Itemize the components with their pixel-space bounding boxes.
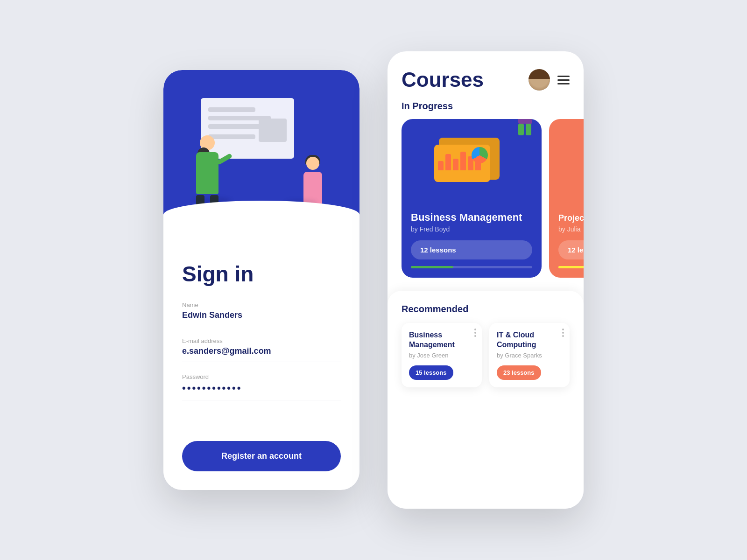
avatar[interactable]	[529, 69, 550, 91]
pie-chart	[472, 147, 488, 163]
rec-author-1: by Jose Green	[409, 352, 474, 359]
dot2	[474, 332, 476, 334]
card-course-name-2: Project Management	[558, 213, 584, 224]
menu-bar-3	[557, 83, 570, 84]
card-author-2: by Julia	[558, 225, 584, 233]
rec-author-2: by Grace Sparks	[497, 352, 562, 359]
project-illustration	[549, 119, 584, 203]
in-progress-label: In Progress	[388, 101, 584, 112]
courses-header: Courses	[388, 51, 584, 101]
name-label: Name	[182, 301, 341, 308]
business-illustration	[402, 119, 542, 203]
signin-phone: Sign in Name Edwin Sanders E-mail addres…	[163, 70, 359, 490]
rec-card-cloud[interactable]: IT & Cloud Computing by Grace Sparks 23 …	[489, 323, 570, 387]
chart-front	[434, 145, 490, 182]
lessons-badge-1: 12 lessons	[411, 240, 532, 259]
menu-bar-1	[557, 76, 570, 77]
progress-fill-2	[558, 266, 584, 268]
email-value: e.sanders@gmail.com	[182, 346, 341, 356]
more-button-2[interactable]	[562, 329, 564, 337]
password-field[interactable]: Password ••••••••••••	[182, 373, 341, 400]
courses-title: Courses	[402, 68, 484, 91]
email-label: E-mail address	[182, 337, 341, 344]
more-button-1[interactable]	[474, 329, 476, 337]
header-right	[529, 69, 570, 91]
name-field[interactable]: Name Edwin Sanders	[182, 301, 341, 326]
course-card-project[interactable]: Project Management by Julia 12 lessons	[549, 119, 584, 278]
card-person	[518, 119, 532, 135]
email-separator	[182, 362, 341, 362]
dot2	[562, 332, 564, 334]
register-button[interactable]: Register an account	[182, 441, 341, 471]
recommended-section: Recommended Business Management by Jose …	[388, 291, 584, 509]
name-value: Edwin Sanders	[182, 310, 341, 320]
rec-card-business[interactable]: Business Management by Jose Green 15 les…	[402, 323, 482, 387]
card-author-1: by Fred Boyd	[411, 225, 532, 233]
in-progress-scroll: Business Management by Fred Boyd 12 less…	[388, 119, 584, 278]
signin-content: Sign in Name Edwin Sanders E-mail addres…	[163, 247, 359, 490]
dot3	[474, 335, 476, 337]
dot3	[562, 335, 564, 337]
dot1	[474, 329, 476, 330]
avatar-hair	[529, 69, 550, 79]
courses-phone: Courses In Progress	[388, 51, 584, 509]
rec-badge-1: 15 lessons	[409, 365, 453, 380]
lessons-badge-2: 12 lessons	[558, 240, 584, 259]
progress-track-2	[558, 266, 584, 268]
rec-badge-2: 23 lessons	[497, 365, 541, 380]
menu-bar-2	[557, 79, 570, 81]
course-card-business[interactable]: Business Management by Fred Boyd 12 less…	[402, 119, 542, 278]
signin-title: Sign in	[182, 261, 341, 287]
progress-fill-1	[411, 266, 453, 268]
rec-course-name-2: IT & Cloud Computing	[497, 330, 562, 350]
email-field[interactable]: E-mail address e.sanders@gmail.com	[182, 337, 341, 362]
recommended-cards: Business Management by Jose Green 15 les…	[402, 323, 570, 387]
recommended-label: Recommended	[402, 304, 570, 315]
rec-course-name-1: Business Management	[409, 330, 474, 350]
avatar-face	[529, 69, 550, 91]
password-label: Password	[182, 373, 341, 380]
whiteboard-illustration	[201, 98, 294, 159]
card-course-name-1: Business Management	[411, 211, 532, 224]
password-value: ••••••••••••	[182, 382, 341, 394]
menu-icon[interactable]	[557, 76, 570, 84]
dot1	[562, 329, 564, 330]
signin-hero	[163, 70, 359, 247]
progress-track-1	[411, 266, 532, 268]
password-separator	[182, 400, 341, 400]
floor	[163, 201, 359, 247]
name-separator	[182, 326, 341, 326]
